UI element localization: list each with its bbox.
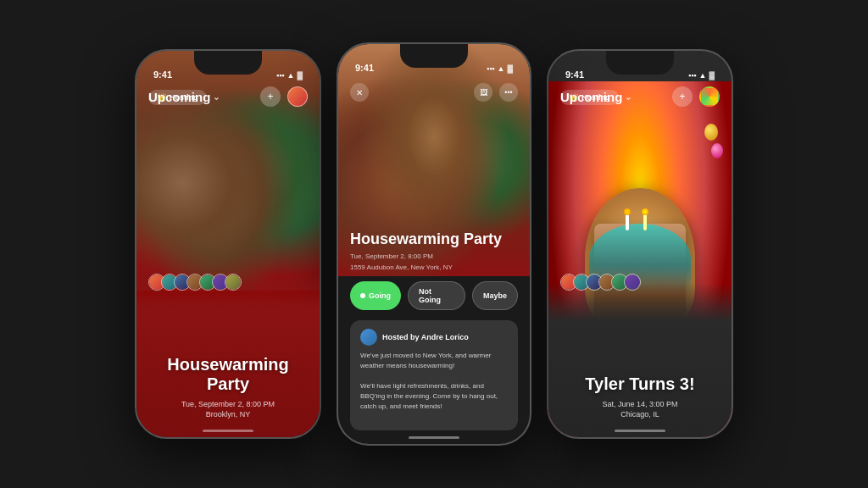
photo-button[interactable]: 🖼	[474, 83, 492, 102]
phone-1-title-text: Upcoming	[148, 90, 210, 104]
event-title: Tyler Turns 3!	[560, 374, 720, 394]
phone-3: 9:41 ▪▪▪ ▲ ▓ Upcoming ⌄ +	[547, 49, 733, 439]
phone-2-screen: 9:41 ▪▪▪ ▲ ▓ ✕ 🖼 ••• Housewarming Part	[338, 44, 530, 444]
battery-icon: ▓	[297, 71, 303, 80]
not-going-label: Not Going	[419, 287, 454, 304]
phone-2-status-icons: ▪▪▪ ▲ ▓	[487, 64, 513, 73]
phone-1-navbar: Upcoming ⌄ +	[136, 81, 320, 112]
event-title: Housewarming Party	[148, 355, 308, 394]
host-header: Hosted by Andre Lorico	[360, 329, 508, 346]
signal-icon: ▪▪▪	[487, 64, 495, 73]
going-dot	[360, 293, 365, 298]
not-going-button[interactable]: Not Going	[408, 281, 465, 310]
going-label: Going	[369, 291, 391, 300]
phone-2-status-bar: 9:41 ▪▪▪ ▲ ▓	[338, 44, 530, 78]
phone-2: 9:41 ▪▪▪ ▲ ▓ ✕ 🖼 ••• Housewarming Part	[337, 42, 531, 446]
phone-3-event-info: Tyler Turns 3! Sat, June 14, 3:00 PM Chi…	[548, 283, 732, 437]
event-datetime: Tue, September 2, 8:00 PM	[350, 252, 518, 260]
event-date: Sat, June 14, 3:00 PM	[560, 399, 720, 410]
user-avatar[interactable]	[287, 86, 308, 107]
add-event-button[interactable]: +	[672, 86, 693, 107]
phone-1-screen: 9:41 ▪▪▪ ▲ ▓ Upcoming ⌄ +	[136, 51, 320, 437]
phone-1: 9:41 ▪▪▪ ▲ ▓ Upcoming ⌄ +	[135, 49, 321, 439]
phone-2-top-actions: 🖼 •••	[474, 83, 518, 102]
phone-3-title-text: Upcoming	[560, 90, 622, 104]
user-avatar[interactable]	[699, 86, 720, 107]
phone-1-nav-actions: +	[260, 86, 308, 107]
event-location: Chicago, IL	[560, 409, 720, 420]
home-indicator	[615, 430, 665, 432]
phone-3-screen: 9:41 ▪▪▪ ▲ ▓ Upcoming ⌄ +	[548, 51, 732, 437]
add-event-button[interactable]: +	[260, 86, 281, 107]
battery-icon: ▓	[709, 71, 715, 80]
host-card: Hosted by Andre Lorico We've just moved …	[350, 320, 518, 430]
more-options-button[interactable]: •••	[499, 83, 518, 102]
wifi-icon: ▲	[498, 64, 505, 73]
phone-1-status-bar: 9:41 ▪▪▪ ▲ ▓	[136, 51, 320, 85]
phone-2-time: 9:41	[355, 63, 374, 73]
maybe-button[interactable]: Maybe	[472, 281, 518, 310]
phone-1-time: 9:41	[153, 69, 172, 80]
home-indicator	[203, 430, 253, 432]
event-address: 1559 Audubon Ave, New York, NY	[350, 263, 518, 271]
attendee-avatar-6	[624, 274, 641, 291]
battery-icon: ▓	[507, 64, 513, 73]
phone-1-status-icons: ▪▪▪ ▲ ▓	[276, 71, 303, 80]
host-avatar	[360, 329, 377, 346]
phones-container: 9:41 ▪▪▪ ▲ ▓ Upcoming ⌄ +	[0, 0, 868, 488]
phone-3-status-icons: ▪▪▪ ▲ ▓	[688, 71, 715, 80]
phone-3-status-bar: 9:41 ▪▪▪ ▲ ▓	[548, 51, 732, 85]
phone-1-event-info: Housewarming Party Tue, September 2, 8:0…	[136, 274, 320, 437]
phone-3-nav-actions: +	[672, 86, 720, 107]
chevron-down-icon: ⌄	[213, 92, 220, 102]
phone-3-nav-title[interactable]: Upcoming ⌄	[560, 90, 632, 104]
maybe-label: Maybe	[483, 291, 507, 300]
signal-icon: ▪▪▪	[276, 71, 285, 80]
event-location: Brooklyn, NY	[148, 409, 308, 420]
attendees-avatars	[560, 274, 641, 291]
chevron-down-icon: ⌄	[625, 92, 632, 102]
phone-1-nav-title[interactable]: Upcoming ⌄	[148, 90, 220, 104]
host-name: Hosted by Andre Lorico	[382, 333, 469, 341]
signal-icon: ▪▪▪	[688, 71, 697, 80]
attendees-avatars	[148, 274, 242, 291]
going-button[interactable]: Going	[350, 281, 401, 310]
event-title: Housewarming Party	[350, 230, 518, 249]
wifi-icon: ▲	[287, 71, 295, 80]
close-button[interactable]: ✕	[350, 83, 369, 102]
rsvp-buttons: Going Not Going Maybe	[350, 281, 518, 310]
host-description: We've just moved to New York, and warmer…	[360, 351, 508, 412]
attendee-avatar-7	[225, 274, 242, 291]
phone-2-content: Housewarming Party Tue, September 2, 8:0…	[338, 224, 530, 444]
event-date: Tue, September 2, 8:00 PM	[148, 399, 308, 410]
phone-3-navbar: Upcoming ⌄ +	[548, 81, 732, 112]
wifi-icon: ▲	[699, 71, 707, 80]
phone-3-time: 9:41	[565, 69, 584, 80]
home-indicator	[409, 436, 459, 439]
